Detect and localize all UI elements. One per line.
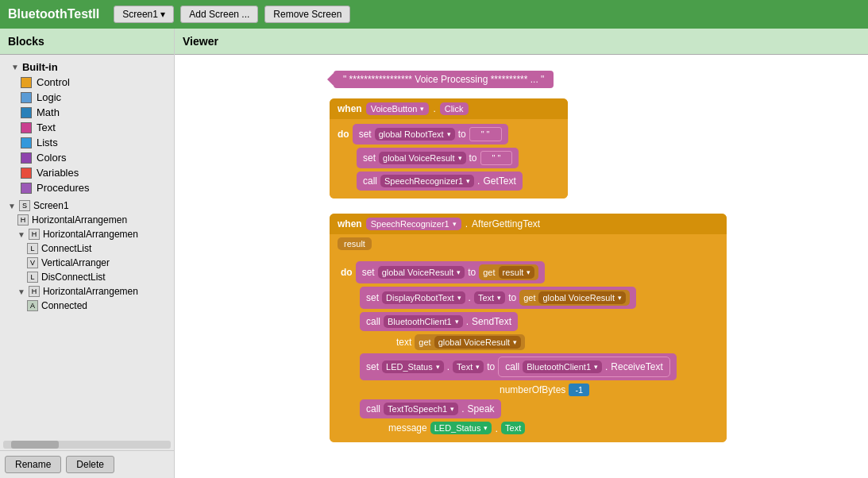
e1-call-dot: . [477,175,480,187]
sidebar-content[interactable]: ▼ Built-in Control Logic Math Text [0,55,174,439]
builtin-collapse-icon: ▼ [11,63,19,71]
e2-set2-lbl: set [366,292,379,303]
screen1-collapse[interactable]: ▼ S Screen1 [5,199,169,213]
e1-call-label: call [363,175,377,187]
string-comment-text: " ***************** Voice Processing ***… [343,74,544,85]
tree-connectlist[interactable]: L ConnectList [5,241,169,256]
sidebar-item-variables[interactable]: Variables [5,165,169,180]
e2-set2-var-lbl: DisplayRobotText [386,293,454,303]
screen-selector-button[interactable]: Screen1 ▾ [114,6,174,23]
e2-get2[interactable]: get global VoiceResult ▾ [519,290,630,306]
e2-get4-dot: . [495,422,498,434]
sidebar-item-lists[interactable]: Lists [5,135,169,150]
event1-block[interactable]: when VoiceButton ▾ . Click do [330,98,568,199]
e1-do-label: do [338,129,349,140]
e2-get3[interactable]: get global VoiceResult ▾ [415,334,525,350]
add-screen-label: Add Screen ... [189,9,249,20]
e2-num-val-lbl: -1 [575,385,583,395]
e2-get2-var-arrow: ▾ [618,294,622,302]
tree-disconnectlist[interactable]: L DisConnectList [5,270,169,284]
e2-set3[interactable]: set LED_Status ▾ . Text ▾ to [360,353,677,380]
e1-event[interactable]: Click [440,102,469,115]
e2-call3[interactable]: call TextToSpeech1 ▾ . Speak [360,399,501,418]
e2-numofbytes-label: numberOfBytes [500,384,565,395]
e2-set3-prop[interactable]: Text ▾ [453,360,484,373]
e2-get1[interactable]: get result ▾ [479,264,538,280]
e2-set1-var[interactable]: global VoiceResult ▾ [378,266,465,279]
e1-call-arrow: ▾ [466,177,470,185]
e2-get4-prop[interactable]: Text [501,422,525,434]
tree-connected[interactable]: A Connected [5,299,169,313]
e2-set1[interactable]: set global VoiceResult ▾ to get result [356,261,546,283]
e2-set2[interactable]: set DisplayRobotText ▾ . Text ▾ [360,287,636,309]
control-color-icon [21,77,32,88]
e1-call-component[interactable]: SpeechRecognizer1 ▾ [380,175,474,187]
delete-button[interactable]: Delete [66,456,114,473]
sidebar-item-variables-label: Variables [37,167,79,179]
e2-set3-var[interactable]: LED_Status ▾ [382,360,444,373]
rename-button[interactable]: Rename [5,456,61,473]
e1-set1[interactable]: set global RobotText ▾ to " " [353,124,508,145]
sidebar-item-colors[interactable]: Colors [5,150,169,165]
topbar: BluetoothTestII Screen1 ▾ Add Screen ...… [0,0,868,29]
e2-set1-to: to [468,267,476,278]
tree-ha3[interactable]: ▼ H HorizontalArrangemen [5,284,169,299]
e2-set3-var-lbl: LED_Status [386,362,433,372]
e2-set1-arrow: ▾ [457,268,461,276]
sidebar-item-text[interactable]: Text [5,120,169,135]
builtin-label: Built-in [22,61,58,73]
e2-get3-var[interactable]: global VoiceResult ▾ [434,336,522,349]
e2-call1[interactable]: call BluetoothClient1 ▾ . SendText [360,312,518,331]
e2-text-label: text [396,337,411,348]
tree-ha1[interactable]: H HorizontalArrangemen [5,213,169,227]
e2-set2-prop[interactable]: Text ▾ [474,291,505,304]
sidebar-item-procedures[interactable]: Procedures [5,180,169,195]
procedures-color-icon [21,183,32,194]
event2-block[interactable]: when SpeechRecognizer1 ▾ . AfterGettingT… [330,214,727,442]
e2-call3-dot: . [461,403,464,414]
e2-call1-comp[interactable]: BluetoothClient1 ▾ [384,315,463,328]
e2-get1-var-arrow: ▾ [527,268,530,276]
hscroll-thumb [11,441,59,449]
add-screen-button[interactable]: Add Screen ... [180,6,258,23]
e2-set2-to: to [508,292,516,303]
cl-label: ConnectList [41,243,91,254]
e2-get1-var[interactable]: result ▾ [499,266,535,279]
string-comment-block[interactable]: " ***************** Voice Processing ***… [334,71,554,88]
e1-set1-label: set [359,129,372,140]
colors-color-icon [21,152,32,164]
sidebar-item-text-label: Text [37,121,56,133]
e2-call2-comp[interactable]: BluetoothClient1 ▾ [523,360,602,373]
e2-component[interactable]: SpeechRecognizer1 ▾ [366,218,461,230]
e2-get2-lbl: get [523,293,535,303]
e1-set2-label: set [363,152,376,164]
cl-icon: L [27,243,38,254]
e2-get2-var-lbl: global VoiceResult [542,293,615,303]
remove-screen-button[interactable]: Remove Screen [264,6,350,23]
horizontal-scrollbar[interactable] [3,441,171,449]
e2-call3-comp[interactable]: TextToSpeech1 ▾ [384,403,458,415]
e2-set2-var[interactable]: DisplayRobotText ▾ [382,291,465,304]
e2-get2-var[interactable]: global VoiceResult ▾ [538,291,626,304]
e1-set2-var[interactable]: global VoiceResult ▾ [379,152,466,164]
e1-call[interactable]: call SpeechRecognizer1 ▾ . GetText [357,172,523,191]
e2-call2[interactable]: call BluetoothClient1 ▾ . ReceiveText [498,357,669,377]
sidebar-item-control[interactable]: Control [5,75,169,90]
e1-set1-var[interactable]: global RobotText ▾ [375,128,455,141]
viewer-content[interactable]: " ***************** Voice Processing ***… [175,55,868,478]
e2-get4-comp[interactable]: LED_Status ▾ [430,422,492,434]
e2-when-label: when [338,218,362,229]
builtin-collapse[interactable]: ▼ Built-in [5,60,169,75]
e2-call2-dot: . [605,361,608,372]
e1-set1-to: to [458,129,466,140]
sidebar-item-math[interactable]: Math [5,105,169,120]
e2-set3-lbl: set [366,361,379,372]
sidebar-header-label: Blocks [8,35,44,48]
e1-component[interactable]: VoiceButton ▾ [366,102,430,115]
remove-screen-label: Remove Screen [273,9,341,20]
sidebar-item-logic[interactable]: Logic [5,90,169,105]
sidebar: Blocks ▼ Built-in Control Logic [0,29,175,478]
tree-verticalarr[interactable]: V VerticalArranger [5,256,169,270]
tree-ha2[interactable]: ▼ H HorizontalArrangemen [5,227,169,241]
e1-set2[interactable]: set global VoiceResult ▾ to " " [357,148,519,168]
